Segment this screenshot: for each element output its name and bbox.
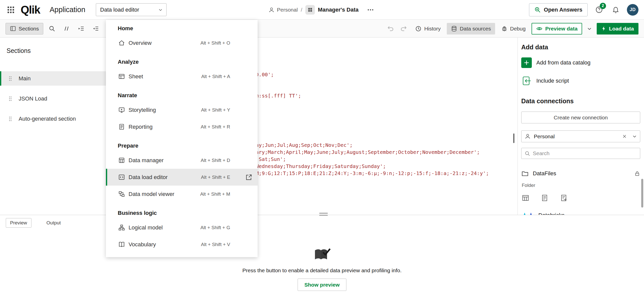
connection-databricks[interactable]: Databricks [518,209,644,215]
section-item-label: JSON Load [19,95,47,102]
tab-output[interactable]: Output [43,218,65,228]
menu-item-sheet[interactable]: SheetAlt + Shift + A [106,68,258,85]
comment-button[interactable] [61,23,72,35]
open-answers-button[interactable]: Open Answers [529,3,588,16]
menu-item-overview[interactable]: OverviewAlt + Shift + O [106,35,258,51]
view-selector-value: Data load editor [100,7,139,13]
connections-scrollbar[interactable] [641,179,643,208]
app-name[interactable]: Manager's Data [318,7,359,13]
chevron-down-icon [158,8,163,12]
preview-output-panel: Preview Output Press the button to enabl… [0,215,644,307]
menu-item-logical-model[interactable]: Logical modelAlt + Shift + G [106,219,258,236]
menu-item-reporting[interactable]: ReportingAlt + Shift + R [106,118,258,135]
menu-item-shortcut: Alt + Shift + Y [201,107,230,113]
notifications-button[interactable] [610,5,621,15]
menu-item-label: Overview [129,40,197,46]
section-item-json-load[interactable]: JSON Load [0,91,107,106]
connections-search[interactable] [521,148,640,159]
app-more-menu-button[interactable] [366,5,376,15]
debug-button[interactable]: Debug [497,23,530,35]
data-connections-title: Data connections [521,97,574,105]
menu-group-analyze: AnalyzeSheetAlt + Shift + A [106,56,258,85]
select-data-button[interactable] [521,194,530,202]
outdent-button[interactable] [90,23,102,35]
undo-button[interactable] [385,23,396,35]
data-sources-button[interactable]: Data sources [447,23,495,35]
indent-button[interactable] [75,23,87,35]
help-button[interactable]: 2 [594,5,604,15]
create-new-connection-button[interactable]: Create new connection [521,112,640,123]
data-sources-icon [451,25,457,32]
menu-item-label: Data manager [129,157,197,164]
data-sources-label: Data sources [460,26,491,32]
add-from-catalog-button[interactable]: Add from data catalog [521,57,590,68]
data-manager-icon [118,157,125,164]
load-options-caret-button[interactable] [584,23,595,35]
menu-group-title: Narrate [106,89,258,101]
load-data-button[interactable]: Load data [597,23,638,35]
menu-item-data-model-viewer[interactable]: Data model viewerAlt + Shift + M [106,186,258,202]
search-button[interactable] [46,23,58,35]
menu-item-label: Reporting [129,124,197,130]
breadcrumb-space-label: Personal [277,7,298,13]
menu-item-data-manager[interactable]: Data managerAlt + Shift + D [106,152,258,169]
space-filter-dropdown[interactable]: Personal [521,130,640,142]
plus-icon [521,57,532,68]
navigation-menu: HomeOverviewAlt + Shift + OAnalyzeSheetA… [106,20,258,257]
notification-badge: 2 [600,3,606,9]
tab-preview[interactable]: Preview [6,218,31,228]
include-script-button[interactable]: Include script [521,76,569,86]
redo-button[interactable] [398,23,409,35]
qlik-logo: Qlik [21,0,40,20]
open-in-new-icon[interactable] [245,174,253,181]
menu-item-vocabulary[interactable]: VocabularyAlt + Shift + V [106,236,258,253]
app-launcher-button[interactable] [5,4,17,16]
breadcrumb-separator: / [301,7,302,13]
connection-datafiles[interactable]: DataFiles [518,167,644,180]
sparkle-blue-icon [528,212,534,215]
menu-item-label: Data load editor [129,174,197,181]
clear-filter-icon[interactable] [622,134,627,139]
data-panel: Add data Add from data catalog Include s… [517,38,644,215]
menu-item-data-load-editor[interactable]: Data load editorAlt + Shift + E [106,169,258,186]
menu-group-home: HomeOverviewAlt + Shift + O [106,22,258,51]
comment-slashes-icon [63,25,70,32]
view-selector-dropdown[interactable]: Data load editor [96,3,167,16]
preview-data-button[interactable]: Preview data [532,23,582,35]
avatar[interactable]: JD [627,4,638,16]
insert-connection-string-button[interactable] [559,194,568,202]
section-item-auto-generated-section[interactable]: Auto-generated section [0,112,107,126]
indent-icon [78,25,85,32]
show-preview-button[interactable]: Show preview [298,279,346,291]
lightning-bolt-icon [601,26,607,31]
history-clock-icon [415,25,422,32]
folder-icon [521,170,529,177]
preview-data-label: Preview data [545,26,577,32]
breadcrumb-space[interactable]: Personal [268,7,298,13]
connections-search-input[interactable] [533,150,637,156]
search-icon [525,151,530,156]
menu-item-storytelling[interactable]: StorytellingAlt + Shift + Y [106,101,258,118]
history-button[interactable]: History [411,23,445,35]
panel-resize-grip[interactable] [319,213,328,217]
sections-panel-icon [10,25,16,32]
menu-item-shortcut: Alt + Shift + E [201,175,230,180]
connection-type: Folder [522,183,535,188]
section-item-main[interactable]: Main [0,71,107,86]
section-item-label: Main [19,75,31,82]
lock-icon [634,170,640,177]
space-filter-value: Personal [534,133,619,140]
drag-handle-icon[interactable] [9,76,12,81]
drag-handle-icon[interactable] [9,116,12,122]
menu-item-shortcut: Alt + Shift + R [201,124,230,130]
eye-icon [536,25,543,32]
preview-empty-state: Press the button to enable a detailed da… [0,247,644,291]
edit-script-button[interactable] [540,194,549,202]
drag-handle-icon[interactable] [9,96,12,101]
vocabulary-icon [118,241,125,248]
sections-toggle-button[interactable]: Sections [6,23,43,35]
menu-group-narrate: NarrateStorytellingAlt + Shift + YReport… [106,89,258,135]
application-label: Application [50,6,85,14]
data-panel-resize-handle[interactable] [513,133,514,143]
menu-group-title: Business logic [106,207,258,219]
